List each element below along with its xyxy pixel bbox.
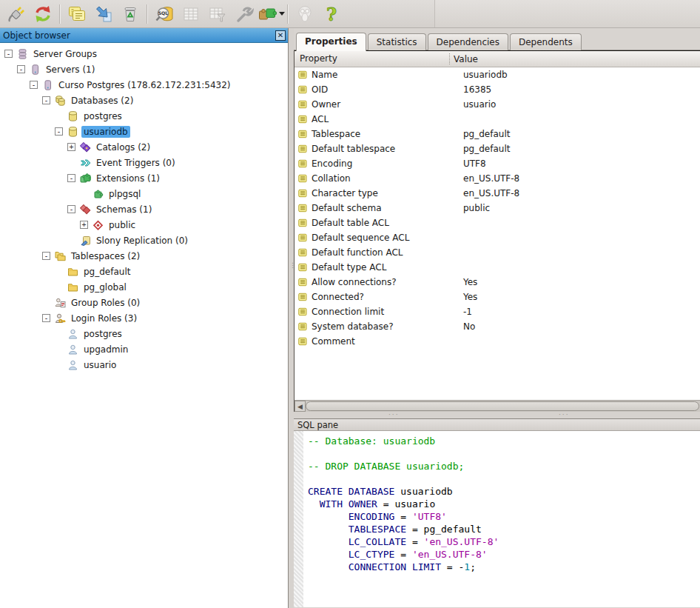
property-value: No bbox=[450, 321, 475, 332]
close-pane-button[interactable]: ✕ bbox=[275, 30, 286, 41]
sql-pane[interactable]: -- Database: usuariodb-- DROP DATABASE u… bbox=[294, 431, 700, 607]
scroll-left-button[interactable]: ◀ bbox=[295, 401, 306, 412]
main-toolbar: SQL? bbox=[0, 0, 700, 28]
refresh-button[interactable] bbox=[30, 2, 56, 26]
property-name: Default type ACL bbox=[312, 262, 386, 273]
server-icon bbox=[30, 64, 41, 75]
expander-spacer bbox=[80, 190, 88, 198]
collapse-icon[interactable]: - bbox=[42, 96, 50, 104]
sql-string: 'en_US.UTF-8' bbox=[424, 536, 499, 547]
property-row-oid[interactable]: OID16385 bbox=[295, 82, 700, 97]
property-value: UTF8 bbox=[450, 158, 486, 169]
tree-item-server-groups[interactable]: -Server Groups bbox=[0, 46, 288, 61]
property-row-default-schema[interactable]: Default schemapublic bbox=[295, 201, 700, 216]
expand-icon[interactable]: + bbox=[67, 143, 75, 151]
tree-item-label: Login Roles (3) bbox=[69, 313, 139, 324]
plugins-button[interactable] bbox=[258, 2, 284, 26]
tab-dependents[interactable]: Dependents bbox=[510, 33, 582, 50]
query-tool-button[interactable]: SQL bbox=[151, 2, 178, 26]
scrollbar-thumb[interactable] bbox=[306, 401, 699, 411]
expander-spacer bbox=[55, 330, 63, 338]
property-row-name[interactable]: Nameusuariodb bbox=[295, 67, 700, 82]
property-row-tablespace[interactable]: Tablespacepg_default bbox=[295, 127, 700, 141]
property-row-default-table-acl[interactable]: Default table ACL bbox=[295, 216, 700, 230]
help-button[interactable]: ? bbox=[318, 2, 345, 26]
vertical-pane-splitter[interactable]: ⋮ bbox=[289, 28, 294, 608]
property-row-owner[interactable]: Ownerusuario bbox=[295, 97, 700, 112]
tree-item-public[interactable]: +public bbox=[0, 217, 288, 233]
tree-item-catalogs-2[interactable]: +Catalogs (2) bbox=[0, 139, 288, 155]
property-name: System database? bbox=[312, 321, 394, 332]
tree-item-slony-replication-0[interactable]: Slony Replication (0) bbox=[0, 233, 288, 248]
sql-keyword: CREATE DATABASE bbox=[308, 486, 394, 497]
tree-item-upgadmin[interactable]: upgadmin bbox=[0, 341, 288, 357]
property-row-connection-limit[interactable]: Connection limit-1 bbox=[295, 304, 700, 319]
collapse-icon[interactable]: - bbox=[67, 174, 75, 182]
collapse-icon[interactable]: - bbox=[55, 127, 63, 136]
tree-item-schemas-1[interactable]: -Schemas (1) bbox=[0, 201, 288, 217]
guru-hints-button bbox=[292, 2, 318, 26]
tab-properties[interactable]: Properties bbox=[296, 33, 366, 51]
tree-item-databases-2[interactable]: -Databases (2) bbox=[0, 93, 288, 108]
dropdown-caret-icon[interactable] bbox=[279, 12, 285, 16]
svg-text:SQL: SQL bbox=[158, 10, 169, 16]
tab-dependencies[interactable]: Dependencies bbox=[428, 33, 508, 50]
property-cell: Default schema bbox=[295, 203, 450, 213]
property-row-comment[interactable]: Comment bbox=[295, 334, 700, 349]
tree-item-plpgsql[interactable]: plpgsql bbox=[0, 186, 288, 201]
collapse-icon[interactable]: - bbox=[42, 314, 50, 322]
property-cell: Comment bbox=[295, 336, 450, 347]
property-row-acl[interactable]: ACL bbox=[295, 112, 700, 127]
property-icon bbox=[298, 70, 307, 79]
sql-plain bbox=[308, 549, 349, 560]
property-value: Yes bbox=[450, 292, 477, 302]
tree-item-usuario[interactable]: usuario bbox=[0, 357, 288, 373]
property-row-default-function-acl[interactable]: Default function ACL bbox=[295, 245, 700, 260]
property-row-default-sequence-acl[interactable]: Default sequence ACL bbox=[295, 230, 700, 245]
database-icon bbox=[67, 127, 78, 137]
tree-item-tablespaces-2[interactable]: -Tablespaces (2) bbox=[0, 248, 288, 264]
property-row-connected[interactable]: Connected?Yes bbox=[295, 290, 700, 304]
tree-item-event-triggers-0[interactable]: Event Triggers (0) bbox=[0, 155, 288, 170]
property-name: OID bbox=[312, 84, 328, 95]
property-cell: Character type bbox=[295, 188, 450, 198]
connect-button[interactable] bbox=[3, 2, 30, 26]
tree-item-pg-default[interactable]: pg_default bbox=[0, 264, 288, 279]
property-row-system-database[interactable]: System database?No bbox=[295, 319, 700, 334]
collapse-icon[interactable]: - bbox=[67, 205, 75, 213]
create-button[interactable] bbox=[90, 2, 117, 26]
property-row-default-tablespace[interactable]: Default tablespacepg_default bbox=[295, 141, 700, 156]
tree-item-login-roles-3[interactable]: -Login Roles (3) bbox=[0, 310, 288, 326]
property-row-default-type-acl[interactable]: Default type ACL bbox=[295, 260, 700, 275]
tree-item-usuariodb[interactable]: -usuariodb bbox=[0, 124, 288, 139]
expander-spacer bbox=[67, 236, 75, 244]
property-cell: Connected? bbox=[295, 292, 450, 302]
tree-item-extensions-1[interactable]: -Extensions (1) bbox=[0, 170, 288, 186]
maintenance-button[interactable] bbox=[231, 2, 258, 26]
sql-plain: = - bbox=[441, 561, 464, 572]
property-row-encoding[interactable]: EncodingUTF8 bbox=[295, 156, 700, 171]
sql-keyword: CONNECTION LIMIT bbox=[349, 561, 441, 572]
drop-button[interactable] bbox=[117, 2, 144, 26]
tree-item-postgres[interactable]: postgres bbox=[0, 326, 288, 341]
property-cell: OID bbox=[295, 84, 450, 95]
property-row-character-type[interactable]: Character typeen_US.UTF-8 bbox=[295, 186, 700, 201]
tree-item-servers-1[interactable]: -Servers (1) bbox=[0, 61, 288, 77]
expand-icon[interactable]: + bbox=[80, 221, 88, 229]
properties-button[interactable] bbox=[64, 2, 90, 26]
collapse-icon[interactable]: - bbox=[4, 50, 13, 58]
tab-statistics[interactable]: Statistics bbox=[368, 33, 426, 50]
tree-item-label: Databases (2) bbox=[69, 95, 135, 107]
tree-item-pg-global[interactable]: pg_global bbox=[0, 279, 288, 295]
property-row-allow-connections[interactable]: Allow connections?Yes bbox=[295, 275, 700, 290]
collapse-icon[interactable]: - bbox=[42, 252, 50, 260]
tree-item-postgres[interactable]: postgres bbox=[0, 108, 288, 124]
tree-item-group-roles-0[interactable]: Group Roles (0) bbox=[0, 295, 288, 310]
horizontal-pane-splitter[interactable]: ··· ··· bbox=[294, 412, 700, 418]
horizontal-scrollbar[interactable]: ◀ bbox=[295, 400, 700, 412]
property-row-collation[interactable]: Collationen_US.UTF-8 bbox=[295, 171, 700, 186]
collapse-icon[interactable]: - bbox=[30, 81, 38, 89]
sql-plain: = bbox=[406, 536, 423, 547]
tree-item-curso-postgres-178-62-172-231-5432[interactable]: -Curso Postgres (178.62.172.231:5432) bbox=[0, 77, 288, 93]
collapse-icon[interactable]: - bbox=[17, 65, 25, 73]
